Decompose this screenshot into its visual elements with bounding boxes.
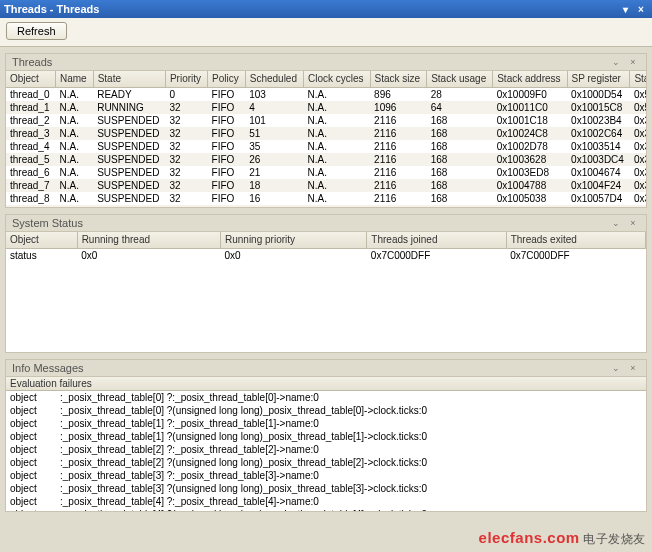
cell: 0x10058E8 <box>493 205 567 208</box>
cell: N.A. <box>55 166 93 179</box>
cell: N.A. <box>304 127 371 140</box>
cell: 0x0 <box>220 248 366 262</box>
message-text: :_posix_thread_table[4] ?(unsigned long … <box>60 508 427 511</box>
list-item[interactable]: object:_posix_thread_table[1] ?:_posix_t… <box>6 417 646 430</box>
col-object[interactable]: Object <box>6 71 55 87</box>
table-row[interactable]: status0x00x00x7C000DFF0x7C000DFF <box>6 248 646 262</box>
col-name[interactable]: Name <box>55 71 93 87</box>
cell: 0x1000D54 <box>567 87 630 101</box>
cell: FIFO <box>208 87 246 101</box>
table-row[interactable]: thread_4N.A.SUSPENDED32FIFO35N.A.2116168… <box>6 140 646 153</box>
threads-header: Threads ⌄ × <box>6 54 646 71</box>
cell: SUSPENDED <box>93 179 165 192</box>
col-threads-joined[interactable]: Threads joined <box>367 232 506 248</box>
table-row[interactable]: thread_1N.A.RUNNING32FIFO4N.A.1096640x10… <box>6 101 646 114</box>
table-row[interactable]: thread_5N.A.SUSPENDED32FIFO26N.A.2116168… <box>6 153 646 166</box>
col-scheduled[interactable]: Scheduled <box>245 71 303 87</box>
list-item[interactable]: object:_posix_thread_table[3] ?:_posix_t… <box>6 469 646 482</box>
table-row[interactable]: thread_6N.A.SUSPENDED32FIFO21N.A.2116168… <box>6 166 646 179</box>
message-label: object <box>10 404 60 417</box>
col-stack-usage[interactable]: Stack usage <box>427 71 493 87</box>
cell: FIFO <box>208 140 246 153</box>
cell: 0x10024C8 <box>493 127 567 140</box>
cell: 0x1001C18 <box>493 114 567 127</box>
cell: FIFO <box>208 192 246 205</box>
col-object[interactable]: Object <box>6 232 77 248</box>
table-row[interactable]: thread_3N.A.SUSPENDED32FIFO51N.A.2116168… <box>6 127 646 140</box>
col-running-priority[interactable]: Running priority <box>220 232 366 248</box>
col-threads-exited[interactable]: Threads exited <box>506 232 645 248</box>
cell: thread_5 <box>6 153 55 166</box>
cell: N.A. <box>304 192 371 205</box>
col-stack-address[interactable]: Stack address <box>493 71 567 87</box>
cell: N.A. <box>304 205 371 208</box>
cell: 168 <box>427 140 493 153</box>
system-status-columns[interactable]: ObjectRunning threadRunning priorityThre… <box>6 232 646 248</box>
threads-section: Threads ⌄ × ObjectNameStatePriorityPolic… <box>5 53 647 208</box>
cell: RUNNING <box>93 101 165 114</box>
cell: N.A. <box>55 179 93 192</box>
col-clock-cycles[interactable]: Clock cycles <box>304 71 371 87</box>
cell: 0x3EA4 <box>630 179 646 192</box>
pin-icon[interactable]: ▾ <box>618 2 632 16</box>
cell: 0x1004F24 <box>567 179 630 192</box>
cell: N.A. <box>55 140 93 153</box>
table-row[interactable]: thread_2N.A.SUSPENDED32FIFO101N.A.211616… <box>6 114 646 127</box>
threads-grid[interactable]: ObjectNameStatePriorityPolicyScheduledCl… <box>6 71 646 207</box>
close-icon[interactable]: × <box>626 56 640 68</box>
info-messages-list[interactable]: object:_posix_thread_table[0] ?:_posix_t… <box>6 391 646 511</box>
cell: 16 <box>245 192 303 205</box>
cell: SUSPENDED <box>93 114 165 127</box>
collapse-icon[interactable]: ⌄ <box>609 362 623 374</box>
cell: N.A. <box>55 127 93 140</box>
collapse-icon[interactable]: ⌄ <box>609 56 623 68</box>
col-start-address[interactable]: Start address <box>630 71 646 87</box>
cell: N.A. <box>55 87 93 101</box>
list-item[interactable]: object:_posix_thread_table[3] ?(unsigned… <box>6 482 646 495</box>
col-stack-size[interactable]: Stack size <box>370 71 427 87</box>
cell: thread_6 <box>6 166 55 179</box>
cell: 0x10057D4 <box>567 192 630 205</box>
list-item[interactable]: object:_posix_thread_table[0] ?(unsigned… <box>6 404 646 417</box>
collapse-icon[interactable]: ⌄ <box>609 217 623 229</box>
cell: SUSPENDED <box>93 140 165 153</box>
cell: 0x59B8 <box>630 87 646 101</box>
close-icon[interactable]: × <box>634 2 648 16</box>
system-status-grid[interactable]: ObjectRunning threadRunning priorityThre… <box>6 232 646 352</box>
col-sp-register[interactable]: SP register <box>567 71 630 87</box>
cell: 0 <box>165 87 207 101</box>
list-item[interactable]: object:_posix_thread_table[1] ?(unsigned… <box>6 430 646 443</box>
cell: 0x7C000DFF <box>506 248 645 262</box>
message-text: :_posix_thread_table[1] ?:_posix_thread_… <box>60 417 319 430</box>
col-running-thread[interactable]: Running thread <box>77 232 220 248</box>
list-item[interactable]: object:_posix_thread_table[4] ?:_posix_t… <box>6 495 646 508</box>
table-row[interactable]: thread_8N.A.SUSPENDED32FIFO16N.A.2116168… <box>6 192 646 205</box>
list-item[interactable]: object:_posix_thread_table[2] ?:_posix_t… <box>6 443 646 456</box>
message-label: object <box>10 456 60 469</box>
col-priority[interactable]: Priority <box>165 71 207 87</box>
refresh-button[interactable]: Refresh <box>6 22 67 40</box>
list-item[interactable]: object:_posix_thread_table[2] ?(unsigned… <box>6 456 646 469</box>
cell: 168 <box>427 166 493 179</box>
table-row[interactable]: thread_7N.A.SUSPENDED32FIFO18N.A.2116168… <box>6 179 646 192</box>
threads-columns[interactable]: ObjectNameStatePriorityPolicyScheduledCl… <box>6 71 646 87</box>
toolbar: Refresh <box>0 18 652 47</box>
cell: N.A. <box>55 153 93 166</box>
table-row[interactable]: thread_0N.A.READY0FIFO103N.A.896280x1000… <box>6 87 646 101</box>
list-item[interactable]: object:_posix_thread_table[4] ?(unsigned… <box>6 508 646 511</box>
table-row[interactable]: thread_9N.A.SUSPENDED32FIFO14N.A.2116168… <box>6 205 646 208</box>
cell: thread_3 <box>6 127 55 140</box>
cell: 32 <box>165 153 207 166</box>
close-icon[interactable]: × <box>626 217 640 229</box>
cell: 0x1003628 <box>493 153 567 166</box>
col-state[interactable]: State <box>93 71 165 87</box>
col-policy[interactable]: Policy <box>208 71 246 87</box>
cell: 2116 <box>370 166 427 179</box>
cell: 51 <box>245 127 303 140</box>
cell: FIFO <box>208 153 246 166</box>
list-item[interactable]: object:_posix_thread_table[0] ?:_posix_t… <box>6 391 646 404</box>
window-controls: ▾ × <box>618 2 648 16</box>
cell: 32 <box>165 179 207 192</box>
cell: 2116 <box>370 114 427 127</box>
close-icon[interactable]: × <box>626 362 640 374</box>
